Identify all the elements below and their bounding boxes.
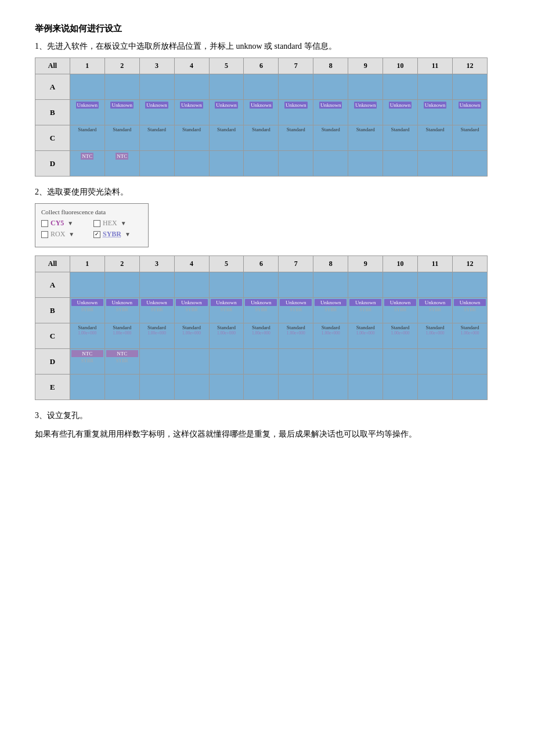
fluor-cy5-label: CY5 (50, 219, 64, 228)
table-row (209, 151, 244, 177)
table-row (348, 74, 383, 100)
table-row: Unknown (418, 100, 453, 125)
table-row (279, 272, 313, 298)
plate2-col-1: 1 (70, 256, 104, 272)
plate2-col-5: 5 (209, 256, 244, 272)
fluor-cy5-checkbox[interactable] (41, 220, 48, 227)
table-row: Standard1.00e+000 (104, 323, 139, 349)
table-row: UnknownSYBR (244, 298, 279, 323)
table-row (383, 349, 418, 375)
fluor-sybr-checkbox[interactable] (93, 231, 100, 238)
table-row (418, 74, 453, 100)
plate1-col-10: 10 (383, 58, 418, 74)
plate1-col-4: 4 (174, 58, 209, 74)
fluor-rox-arrow: ▼ (68, 231, 74, 237)
plate1-row-A: A (35, 74, 70, 100)
plate2-col-10: 10 (383, 256, 418, 272)
table-row: Standard1.00e+000 (139, 323, 174, 349)
table-row (279, 151, 313, 177)
table-row (348, 151, 383, 177)
table-row (139, 151, 174, 177)
table-row: UnknownSYBR (452, 298, 487, 323)
table-row (104, 74, 139, 100)
table-row: Standard1.00e+000 (279, 323, 313, 349)
table-row: Standard1.00e+000 (209, 323, 244, 349)
fluor-hex-item[interactable]: HEX ▼ (93, 219, 140, 228)
table-row (383, 151, 418, 177)
fluor-hex-checkbox[interactable] (93, 220, 100, 227)
table-row (418, 349, 453, 375)
table-row (313, 74, 348, 100)
table-row (174, 375, 209, 400)
fluor-hex-arrow: ▼ (121, 220, 127, 226)
table-row: UnknownSYBR (70, 298, 104, 323)
plate1-col-3: 3 (139, 58, 174, 74)
plate1-row-B: B (35, 100, 70, 125)
table-row (174, 74, 209, 100)
table-row: Standard (452, 125, 487, 151)
step3-text: 3、设立复孔。 (35, 411, 499, 421)
table-row (139, 74, 174, 100)
table-row: Standard (139, 125, 174, 151)
table-row (348, 272, 383, 298)
plate2-table: All 1 2 3 4 5 6 7 8 9 10 11 12 ABUnknown… (35, 255, 488, 400)
table-row: Unknown (348, 100, 383, 125)
table-row: Unknown (313, 100, 348, 125)
table-row: Standard1.00e+000 (174, 323, 209, 349)
table-row: Standard (383, 125, 418, 151)
plate2-row-A: A (35, 272, 70, 298)
table-row: UnknownSYBR (279, 298, 313, 323)
fluor-panel-title: Collect fluorescence data (41, 208, 140, 215)
plate1-table: All 1 2 3 4 5 6 7 8 9 10 11 12 ABUnknown… (35, 57, 488, 177)
table-row: Unknown (174, 100, 209, 125)
plate2-col-6: 6 (244, 256, 279, 272)
table-row: Unknown (383, 100, 418, 125)
plate2-row-B: B (35, 298, 70, 323)
table-row (313, 375, 348, 400)
table-row (244, 349, 279, 375)
fluor-panel: Collect fluorescence data CY5 ▼ HEX ▼ RO… (35, 203, 149, 247)
table-row (383, 375, 418, 400)
plate2-col-9: 9 (348, 256, 383, 272)
table-row (70, 74, 104, 100)
plate2-col-all: All (35, 256, 70, 272)
table-row: UnknownSYBR (313, 298, 348, 323)
plate2-col-2: 2 (104, 256, 139, 272)
table-row (418, 151, 453, 177)
fluor-rox-item[interactable]: ROX ▼ (41, 230, 88, 239)
plate2-col-11: 11 (418, 256, 453, 272)
plate1-col-6: 6 (244, 58, 279, 74)
fluor-row-2: ROX ▼ SYBR ▼ (41, 230, 140, 239)
table-row: Standard (209, 125, 244, 151)
fluor-sybr-arrow: ▼ (125, 231, 131, 237)
fluor-sybr-item[interactable]: SYBR ▼ (93, 230, 140, 239)
table-row: Standard (104, 125, 139, 151)
plate1-col-all: All (35, 58, 70, 74)
page-title: 举例来说如何进行设立 (35, 23, 499, 34)
fluor-sybr-label: SYBR (103, 230, 121, 239)
table-row: UnknownSYBR (348, 298, 383, 323)
table-row (452, 375, 487, 400)
table-row (452, 272, 487, 298)
table-row (244, 375, 279, 400)
plate1-col-11: 11 (418, 58, 453, 74)
table-row: Standard (279, 125, 313, 151)
plate2-col-3: 3 (139, 256, 174, 272)
table-row: Standard (174, 125, 209, 151)
paragraph-text: 如果有些孔有重复就用用样数字标明，这样仪器就懂得哪些是重复，最后成果解决话也可以… (35, 427, 499, 441)
plate2-row-C: C (35, 323, 70, 349)
table-row (174, 272, 209, 298)
step2-text: 2、选取要使用荧光染料。 (35, 187, 499, 197)
plate2-row-D: D (35, 349, 70, 375)
plate1-col-8: 8 (313, 58, 348, 74)
plate2-row-E: E (35, 375, 70, 400)
table-row: Standard (70, 125, 104, 151)
fluor-rox-checkbox[interactable] (41, 231, 48, 238)
table-row: NTC (104, 151, 139, 177)
plate2-col-4: 4 (174, 256, 209, 272)
fluor-row-1: CY5 ▼ HEX ▼ (41, 219, 140, 228)
table-row (139, 349, 174, 375)
table-row: NTCSYBR (70, 349, 104, 375)
table-row: Standard (418, 125, 453, 151)
fluor-cy5-item[interactable]: CY5 ▼ (41, 219, 88, 228)
